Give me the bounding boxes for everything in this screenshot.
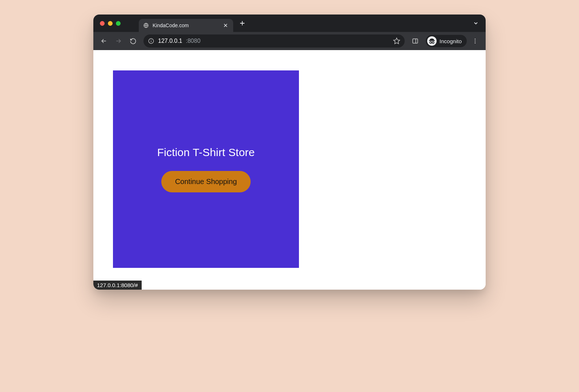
tab-strip: KindaCode.com — [93, 15, 486, 32]
continue-shopping-button[interactable]: Continue Shopping — [161, 171, 251, 192]
url-port: :8080 — [186, 38, 201, 44]
chevron-down-icon — [473, 21, 478, 26]
nav-reload-button[interactable] — [127, 35, 139, 47]
nav-forward-button[interactable] — [112, 35, 125, 47]
plus-icon — [239, 20, 245, 26]
hero-card: Fiction T-Shirt Store Continue Shopping — [113, 70, 299, 268]
svg-point-8 — [430, 42, 432, 44]
kebab-icon — [472, 38, 478, 44]
incognito-icon — [427, 36, 437, 46]
window-close-button[interactable] — [100, 21, 105, 26]
browser-window: KindaCode.com — [93, 15, 486, 290]
bookmark-button[interactable] — [393, 37, 400, 45]
address-bar[interactable]: 127.0.0.1:8080 — [143, 34, 405, 48]
svg-point-3 — [151, 40, 151, 40]
nav-back-button[interactable] — [98, 35, 110, 47]
page-viewport: Fiction T-Shirt Store Continue Shopping … — [93, 50, 486, 290]
site-info-icon[interactable] — [148, 38, 154, 44]
tab-overflow-button[interactable] — [470, 18, 481, 29]
toolbar: 127.0.0.1:8080 — [93, 32, 486, 50]
svg-rect-7 — [429, 40, 435, 41]
svg-marker-4 — [394, 38, 400, 44]
reload-icon — [130, 38, 137, 45]
arrow-right-icon — [115, 37, 122, 45]
arrow-left-icon — [100, 37, 108, 45]
card-title: Fiction T-Shirt Store — [157, 146, 255, 159]
panel-icon — [412, 38, 418, 44]
tab-title: KindaCode.com — [153, 23, 219, 28]
url-host: 127.0.0.1 — [158, 38, 182, 44]
svg-rect-5 — [413, 39, 418, 43]
svg-point-11 — [475, 41, 476, 42]
tab-close-button[interactable] — [222, 22, 229, 29]
globe-icon — [143, 23, 149, 28]
browser-tab[interactable]: KindaCode.com — [139, 19, 233, 32]
incognito-indicator[interactable]: Incognito — [426, 35, 467, 47]
svg-point-12 — [475, 42, 476, 44]
star-icon — [393, 37, 400, 45]
browser-menu-button[interactable] — [469, 35, 481, 47]
window-minimize-button[interactable] — [108, 21, 113, 26]
window-zoom-button[interactable] — [116, 21, 121, 26]
new-tab-button[interactable] — [237, 18, 248, 29]
svg-point-9 — [432, 42, 434, 44]
window-controls — [100, 21, 121, 26]
incognito-label: Incognito — [440, 38, 462, 44]
side-panel-button[interactable] — [409, 35, 421, 47]
status-bar: 127.0.0.1:8080/# — [93, 281, 142, 290]
close-icon — [223, 23, 228, 28]
svg-point-10 — [475, 38, 476, 40]
